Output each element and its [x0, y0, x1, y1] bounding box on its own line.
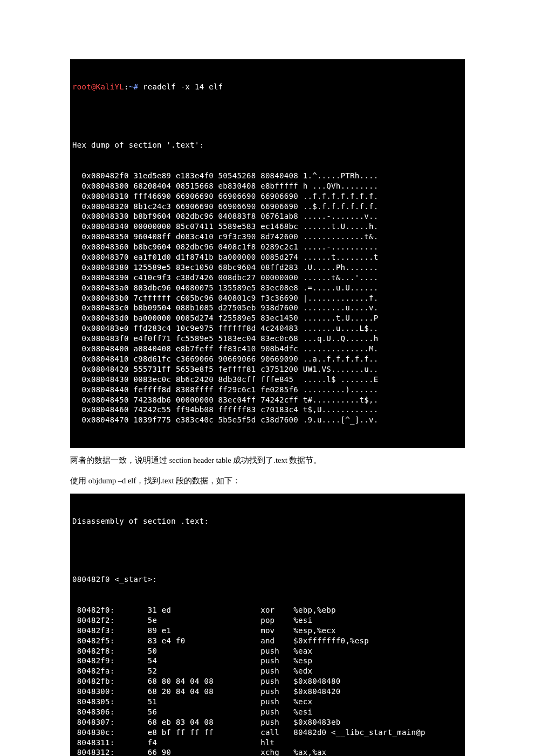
- hex-row: 0x08048300 68208404 08515668 eb830408 e8…: [72, 181, 463, 191]
- paragraph-1: 两者的数据一致，说明通过 section header table 成功找到了.…: [70, 453, 465, 468]
- paragraph-2: 使用 objdump –d elf，找到.text 段的数据，如下：: [70, 474, 465, 489]
- blank-line: [72, 547, 463, 554]
- hex-row: 0x08048350 960408ff d083c410 c9f3c390 8d…: [72, 232, 463, 242]
- hex-row: 0x08048380 125589e5 83ec1050 68bc9604 08…: [72, 262, 463, 273]
- hex-row: 0x08048430 0083ec0c 8b6c2420 8db30cff ff…: [72, 374, 463, 385]
- hex-row: 0x080482f0 31ed5e89 e183e4f0 50545268 80…: [72, 171, 463, 181]
- hex-row: 0x080483e0 ffd283c4 10c9e975 ffffff8d 4c…: [72, 323, 463, 334]
- asm-row: 804830c: e8 bf ff ff ff call 80482d0 <__…: [72, 727, 463, 738]
- asm-row: 8048307: 68 eb 83 04 08 push $0x80483eb: [72, 717, 463, 727]
- hex-row: 0x08048420 555731ff 5653e8f5 feffff81 c3…: [72, 364, 463, 374]
- asm-row: 80482fb: 68 80 84 04 08 push $0x8048480: [72, 676, 463, 686]
- asm-row: 80482f9: 54 push %esp: [72, 656, 463, 666]
- hex-row: 0x080483b0 7cffffff c605bc96 040801c9 f3…: [72, 293, 463, 303]
- hex-row: 0x080483d0 ba000000 0085d274 f25589e5 83…: [72, 313, 463, 323]
- asm-row: 8048312: 66 90 xchg %ax,%ax: [72, 747, 463, 756]
- asm-header: Disassembly of section .text:: [72, 516, 463, 526]
- asm-row: 8048305: 51 push %ecx: [72, 697, 463, 707]
- prompt-host: KaliYL: [96, 82, 124, 91]
- asm-row: 80482f0: 31 ed xor %ebp,%ebp: [72, 605, 463, 615]
- document-page: root@KaliYL:~# readelf -x 14 elf Hex dum…: [0, 0, 535, 756]
- prompt-user: root: [72, 82, 91, 91]
- asm-row: 80482f5: 83 e4 f0 and $0xfffffff0,%esp: [72, 636, 463, 646]
- asm-row: 80482fa: 52 push %edx: [72, 666, 463, 676]
- hex-row: 0x08048460 74242c55 ff94bb08 ffffff83 c7…: [72, 405, 463, 415]
- hex-row: 0x08048450 74238db6 00000000 83ec04ff 74…: [72, 395, 463, 405]
- asm-row: 8048311: f4 hlt: [72, 738, 463, 748]
- asm-row: 80482f8: 50 push %eax: [72, 646, 463, 656]
- hex-row: 0x08048470 1039f775 e383c40c 5b5e5f5d c3…: [72, 415, 463, 425]
- hex-row: 0x08048340 00000000 85c07411 5589e583 ec…: [72, 221, 463, 232]
- hex-row: 0x08048370 ea1f01d0 d1f8741b ba000000 00…: [72, 252, 463, 262]
- asm-row: 8048306: 56 push %esi: [72, 707, 463, 717]
- hex-row: 0x080483a0 803dbc96 04080075 135589e5 83…: [72, 283, 463, 293]
- prompt-at: @: [91, 82, 96, 91]
- hex-row: 0x08048360 b8bc9604 082dbc96 0408c1f8 02…: [72, 242, 463, 252]
- hex-row: 0x08048400 a0840408 e8b7feff ff83c410 90…: [72, 344, 463, 354]
- hex-row: 0x08048440 feffff8d 8308ffff ff29c6c1 fe…: [72, 385, 463, 395]
- hex-row: 0x080483c0 b8b09504 088b1085 d27505eb 93…: [72, 303, 463, 313]
- hex-row: 0x08048390 c410c9f3 c38d7426 008dbc27 00…: [72, 273, 463, 283]
- asm-row: 80482f2: 5e pop %esi: [72, 615, 463, 626]
- asm-symbol-label: 080482f0 <_start>:: [72, 574, 463, 585]
- prompt-command: readelf -x 14 elf: [138, 82, 223, 91]
- terminal-objdump: Disassembly of section .text: 080482f0 <…: [70, 494, 465, 756]
- hex-row: 0x08048310 fff46690 66906690 66906690 66…: [72, 191, 463, 202]
- hex-rows: 0x080482f0 31ed5e89 e183e4f0 50545268 80…: [72, 171, 463, 425]
- blank-line: [72, 112, 463, 120]
- prompt-line: root@KaliYL:~# readelf -x 14 elf: [72, 82, 463, 92]
- hex-row: 0x08048410 c98d61fc c3669066 90669066 90…: [72, 354, 463, 364]
- terminal-readelf: root@KaliYL:~# readelf -x 14 elf Hex dum…: [70, 59, 465, 448]
- hex-row: 0x080483f0 e4f0ff71 fc5589e5 5183ec04 83…: [72, 334, 463, 344]
- hex-header: Hex dump of section '.text':: [72, 140, 463, 150]
- asm-row: 80482f3: 89 e1 mov %esp,%ecx: [72, 626, 463, 636]
- asm-row: 8048300: 68 20 84 04 08 push $0x8048420: [72, 686, 463, 697]
- prompt-path: ~#: [129, 82, 138, 91]
- prompt-colon: :: [124, 82, 129, 91]
- hex-row: 0x08048320 8b1c24c3 66906690 66906690 66…: [72, 202, 463, 212]
- hex-row: 0x08048330 b8bf9604 082dbc96 040883f8 06…: [72, 211, 463, 221]
- asm-rows: 80482f0: 31 ed xor %ebp,%ebp 80482f2: 5e…: [72, 605, 463, 756]
